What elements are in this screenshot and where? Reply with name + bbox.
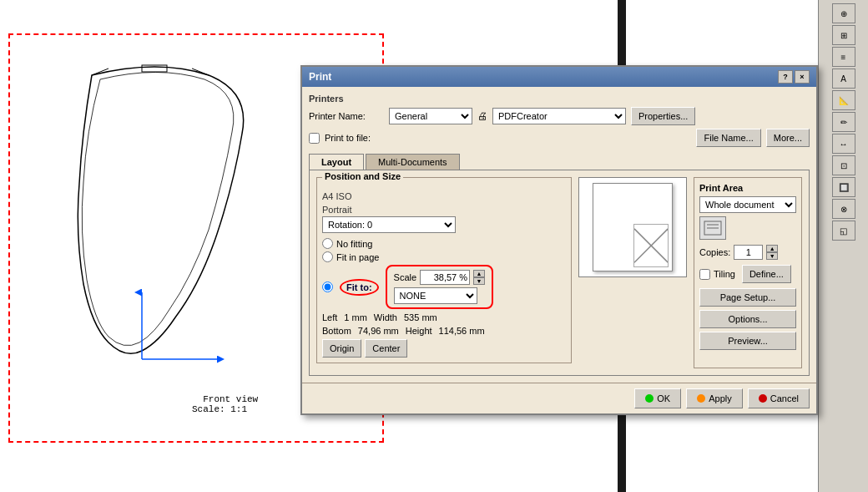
bottom-value: 74,96 mm [358, 326, 399, 336]
print-area-title: Print Area [699, 183, 796, 193]
scale-text-label: Scale [394, 272, 417, 282]
toolbar-btn-10[interactable]: ⊗ [832, 199, 855, 219]
print-to-file-row: Print to file: File Name... More... [309, 129, 810, 147]
ok-label: OK [657, 393, 670, 403]
apply-icon [697, 394, 705, 403]
dimensions-row-1: Left 1 mm Width 535 mm [322, 312, 566, 322]
printer-pdf-select[interactable]: PDFCreator [492, 108, 626, 124]
fit-in-page-label: Fit in page [336, 252, 379, 262]
action-row: Origin Center [322, 339, 566, 358]
toolbar-btn-3[interactable]: ≡ [832, 47, 855, 67]
tiling-row: Tiling Define... [699, 265, 796, 283]
width-value: 535 mm [404, 312, 437, 322]
copies-label: Copies: [699, 247, 730, 257]
none-dropdown-row: NONE [394, 287, 486, 304]
right-toolbar: ⊕ ⊞ ≡ A 📐 ✏ ↔ ⊡ 🔲 ⊗ ◱ [818, 0, 868, 492]
fitting-options: No fitting Fit in page Fit to: Scale [322, 238, 566, 309]
ok-icon [645, 394, 654, 403]
tab-layout[interactable]: Layout [309, 154, 364, 170]
scale-input[interactable] [420, 270, 470, 285]
no-fitting-radio[interactable] [322, 238, 333, 249]
close-button[interactable]: × [795, 70, 810, 84]
none-select[interactable]: NONE [394, 287, 477, 304]
toolbar-btn-8[interactable]: ⊡ [832, 155, 855, 175]
ok-button[interactable]: OK [634, 388, 681, 408]
center-button[interactable]: Center [365, 339, 407, 358]
paper-size-label: A4 ISO [322, 191, 566, 201]
dialog-title: Print [309, 71, 331, 83]
printer-general-select[interactable]: General [389, 108, 472, 124]
toolbar-btn-11[interactable]: ◱ [832, 221, 855, 241]
copies-spin-buttons: ▲ ▼ [766, 245, 778, 260]
position-size-title: Position and Size [322, 171, 403, 181]
printer-name-label: Printer Name: [309, 111, 384, 121]
print-area-icon [699, 216, 726, 240]
preview-button[interactable]: Preview... [699, 332, 796, 350]
apply-button[interactable]: Apply [686, 388, 743, 408]
toolbar-btn-7[interactable]: ↔ [832, 134, 855, 154]
height-label: Height [406, 326, 432, 336]
copies-input[interactable] [734, 245, 763, 260]
page-setup-button[interactable]: Page Setup... [699, 288, 796, 307]
tab-multi-documents[interactable]: Multi-Documents [366, 154, 460, 170]
left-label: Left [322, 312, 337, 322]
help-button[interactable]: ? [778, 70, 793, 84]
bottom-label: Bottom [322, 326, 351, 336]
toolbar-btn-5[interactable]: 📐 [832, 90, 855, 110]
svg-line-1 [192, 68, 209, 75]
titlebar-buttons: ? × [778, 70, 810, 84]
toolbar-btn-6[interactable]: ✏ [832, 112, 855, 132]
print-to-file-label: Print to file: [325, 133, 371, 143]
toolbar-btn-4[interactable]: A [832, 68, 855, 89]
scale-input-row: Scale ▲ ▼ [394, 270, 486, 285]
orientation-label: Portrait [322, 205, 566, 215]
dialog-content: Printers Printer Name: General 🖨 PDFCrea… [302, 87, 816, 383]
printer-name-row: Printer Name: General 🖨 PDFCreator Prope… [309, 107, 810, 125]
cancel-label: Cancel [770, 393, 799, 403]
height-value: 114,56 mm [439, 326, 485, 336]
scale-down-btn[interactable]: ▼ [473, 277, 485, 285]
copies-down-btn[interactable]: ▼ [766, 252, 778, 260]
page-preview [578, 177, 687, 277]
more-button[interactable]: More... [766, 129, 810, 147]
position-size-section: Position and Size A4 ISO Portrait Rotati… [316, 177, 572, 363]
printer-icon: 🖨 [477, 110, 487, 122]
cancel-button[interactable]: Cancel [748, 388, 810, 408]
no-fitting-row: No fitting [322, 238, 566, 249]
dialog-titlebar: Print ? × [302, 67, 816, 87]
scale-spin-buttons: ▲ ▼ [473, 270, 485, 285]
toolbar-btn-2[interactable]: ⊞ [832, 25, 855, 45]
tiling-label: Tiling [714, 269, 735, 279]
cancel-icon [759, 394, 767, 403]
apply-label: Apply [709, 393, 732, 403]
fit-to-radio[interactable] [322, 282, 333, 292]
left-value: 1 mm [344, 312, 367, 322]
rotation-select[interactable]: Rotation: 0 [322, 216, 456, 233]
print-dialog: Print ? × Printers Printer Name: General… [300, 65, 818, 415]
properties-button[interactable]: Properties... [631, 107, 695, 125]
fit-to-label: Fit to: [340, 279, 379, 296]
scale-group: Scale ▲ ▼ NONE [386, 265, 494, 309]
no-fitting-label: No fitting [336, 239, 372, 249]
fit-in-page-radio[interactable] [322, 251, 333, 262]
copies-up-btn[interactable]: ▲ [766, 245, 778, 252]
scale-up-btn[interactable]: ▲ [473, 270, 485, 277]
dimensions-row-2: Bottom 74,96 mm Height 114,56 mm [322, 326, 566, 336]
origin-button[interactable]: Origin [322, 339, 361, 358]
cad-drawing [25, 50, 292, 384]
tiling-checkbox[interactable] [699, 269, 710, 280]
define-button[interactable]: Define... [742, 265, 791, 283]
fit-in-page-row: Fit in page [322, 251, 566, 262]
width-label: Width [374, 312, 397, 322]
toolbar-btn-9[interactable]: 🔲 [832, 177, 855, 197]
svg-rect-2 [142, 65, 167, 72]
fit-to-row: Fit to: Scale ▲ ▼ [322, 265, 566, 309]
print-to-file-checkbox[interactable] [309, 133, 320, 144]
print-area-select[interactable]: Whole document [699, 196, 796, 213]
toolbar-btn-1[interactable]: ⊕ [832, 3, 855, 23]
rotation-row: Rotation: 0 [322, 216, 566, 233]
options-button[interactable]: Options... [699, 310, 796, 328]
front-view-label: Front view Scale: 1:1 [192, 384, 258, 414]
file-name-button[interactable]: File Name... [696, 129, 760, 147]
left-panel: Position and Size A4 ISO Portrait Rotati… [316, 177, 572, 368]
